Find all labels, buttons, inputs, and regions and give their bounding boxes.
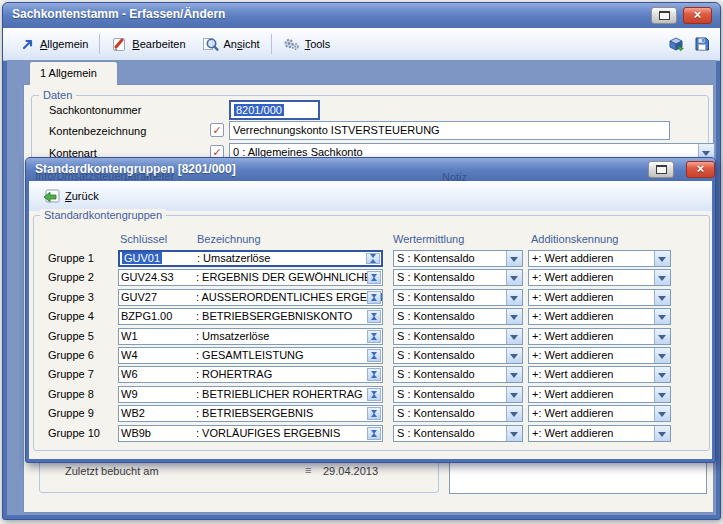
gears-icon [283, 37, 300, 52]
schluessel-bezeichnung-field[interactable]: W1 : Umsatzerlöse [118, 328, 383, 345]
additionskennung-select[interactable]: +: Wert addieren [528, 328, 671, 345]
spinner-button[interactable] [367, 368, 381, 381]
bezeichnung-value: : BETRIEBSERGEBNIS [196, 407, 313, 419]
schluessel-value: WB9b [121, 427, 151, 439]
schluessel-bezeichnung-field[interactable]: WB2 : BETRIEBSERGEBNIS [118, 405, 383, 422]
save-icon[interactable] [694, 36, 710, 52]
spinner-button[interactable] [366, 253, 380, 264]
schluessel-bezeichnung-field[interactable]: GUV27 : AUSSERORDENTLICHES ERGEBNIS [118, 289, 383, 306]
dropdown-arrow-icon[interactable] [506, 426, 522, 441]
spinner-button[interactable] [367, 349, 381, 362]
spin-down-icon [371, 333, 377, 340]
dialog-close-button[interactable] [686, 161, 715, 178]
restore-button[interactable] [651, 7, 677, 24]
dropdown-arrow-icon[interactable] [506, 290, 522, 305]
screen: Sachkontenstamm - Erfassen/Ändern Allgem… [0, 0, 723, 524]
toolbar-item-tools[interactable]: Tools [275, 32, 339, 56]
schluessel-bezeichnung-field[interactable]: W9 : BETRIEBLICHER ROHERTRAG [118, 386, 383, 403]
wertermittlung-select[interactable]: S : Kontensaldo [393, 328, 523, 345]
dropdown-arrow-icon[interactable] [506, 367, 522, 382]
spinner-button[interactable] [367, 291, 381, 304]
wertermittlung-select[interactable]: S : Kontensaldo [393, 250, 523, 267]
spin-down-icon [371, 430, 377, 437]
wertermittlung-value: S : Kontensaldo [397, 291, 475, 303]
spinner-button[interactable] [367, 427, 381, 440]
wertermittlung-select[interactable]: S : Kontensaldo [393, 308, 523, 325]
restore-icon [659, 11, 670, 20]
dropdown-arrow-icon[interactable] [654, 387, 670, 402]
kontengruppe-row: Gruppe 9 WB2 : BETRIEBSERGEBNIS S : Kont… [26, 405, 715, 422]
dropdown-arrow-icon[interactable] [506, 270, 522, 285]
spinner-button[interactable] [367, 271, 381, 284]
schluessel-bezeichnung-field[interactable]: W4 : GESAMTLEISTUNG [118, 347, 383, 364]
additionskennung-select[interactable]: +: Wert addieren [528, 425, 671, 442]
dropdown-arrow-icon[interactable] [654, 290, 670, 305]
tab-allgemein[interactable]: 1 Allgemein [29, 61, 118, 85]
zurueck-button[interactable]: Zurück [35, 184, 107, 208]
dropdown-arrow-icon[interactable] [654, 270, 670, 285]
spin-down-icon [371, 410, 377, 417]
wertermittlung-select[interactable]: S : Kontensaldo [393, 289, 523, 306]
kontengruppe-row: Gruppe 1 GUV01 : Umsatzerlöse S : Konten… [26, 250, 715, 267]
dialog-restore-button[interactable] [648, 161, 674, 178]
toolbar-item-allgemein[interactable]: Allgemein [13, 32, 96, 56]
spinner-button[interactable] [367, 407, 381, 420]
toolbar-label: Bearbeiten [132, 38, 185, 50]
schluessel-bezeichnung-field[interactable]: W6 : ROHERTRAG [118, 366, 383, 383]
additionskennung-select[interactable]: +: Wert addieren [528, 269, 671, 286]
additionskennung-select[interactable]: +: Wert addieren [528, 386, 671, 403]
schluessel-bezeichnung-field[interactable]: WB9b : VORLÄUFIGES ERGEBNIS [118, 425, 383, 442]
sachkontonummer-input[interactable]: 8201/000 [229, 100, 320, 120]
additionskennung-select[interactable]: +: Wert addieren [528, 289, 671, 306]
dropdown-arrow-icon[interactable] [654, 309, 670, 324]
schluessel-bezeichnung-field[interactable]: GUV24.S3 : ERGEBNIS DER GEWÖHNLICHEN GES [118, 269, 383, 286]
additionskennung-select[interactable]: +: Wert addieren [528, 308, 671, 325]
spin-down-icon [371, 352, 377, 359]
additionskennung-select[interactable]: +: Wert addieren [528, 405, 671, 422]
column-header-schluessel: Schlüssel [120, 233, 167, 245]
dropdown-arrow-icon[interactable] [506, 348, 522, 363]
wertermittlung-select[interactable]: S : Kontensaldo [393, 405, 523, 422]
wertermittlung-select[interactable]: S : Kontensaldo [393, 425, 523, 442]
dropdown-arrow-icon[interactable] [654, 367, 670, 382]
spin-down-icon [371, 391, 377, 398]
package-export-icon[interactable] [668, 36, 685, 52]
dropdown-arrow-icon[interactable] [506, 406, 522, 421]
back-arrow-icon [43, 189, 60, 204]
spinner-button[interactable] [367, 330, 381, 343]
arrow-up-right-icon [21, 37, 35, 51]
dropdown-arrow-icon[interactable] [506, 329, 522, 344]
toolbar-item-bearbeiten[interactable]: Bearbeiten [103, 32, 193, 56]
spinner-button[interactable] [367, 388, 381, 401]
wertermittlung-select[interactable]: S : Kontensaldo [393, 386, 523, 403]
additionskennung-value: +: Wert addieren [532, 291, 613, 303]
toolbar-item-ansicht[interactable]: Ansicht [194, 32, 268, 56]
gruppe-label: Gruppe 3 [48, 291, 118, 303]
additionskennung-select[interactable]: +: Wert addieren [528, 250, 671, 267]
kontengruppe-row: Gruppe 4 BZPG1.00 : BETRIEBSERGEBNISKONT… [26, 308, 715, 325]
close-button[interactable] [683, 7, 712, 24]
wertermittlung-select[interactable]: S : Kontensaldo [393, 269, 523, 286]
kontenbezeichnung-checkbox[interactable] [210, 123, 224, 137]
dropdown-arrow-icon[interactable] [654, 348, 670, 363]
schluessel-bezeichnung-field[interactable]: GUV01 : Umsatzerlöse [118, 250, 383, 267]
dropdown-arrow-icon[interactable] [506, 251, 522, 266]
spin-down-icon [371, 274, 377, 281]
additionskennung-value: +: Wert addieren [532, 407, 613, 419]
bezeichnung-value: : ERGEBNIS DER GEWÖHNLICHEN GES [196, 271, 383, 283]
schluessel-bezeichnung-field[interactable]: BZPG1.00 : BETRIEBSERGEBNISKONTO [118, 308, 383, 325]
dropdown-arrow-icon[interactable] [654, 329, 670, 344]
additionskennung-select[interactable]: +: Wert addieren [528, 347, 671, 364]
spinner-button[interactable] [367, 310, 381, 323]
dropdown-arrow-icon[interactable] [506, 309, 522, 324]
dropdown-arrow-icon[interactable] [654, 251, 670, 266]
kontenbezeichnung-input[interactable]: Verrechnungskonto ISTVERSTEUERUNG [229, 121, 670, 140]
spin-down-icon [371, 371, 377, 378]
wertermittlung-select[interactable]: S : Kontensaldo [393, 347, 523, 364]
dropdown-arrow-icon[interactable] [506, 387, 522, 402]
additionskennung-value: +: Wert addieren [532, 427, 613, 439]
dropdown-arrow-icon[interactable] [654, 426, 670, 441]
wertermittlung-select[interactable]: S : Kontensaldo [393, 366, 523, 383]
dropdown-arrow-icon[interactable] [654, 406, 670, 421]
additionskennung-select[interactable]: +: Wert addieren [528, 366, 671, 383]
